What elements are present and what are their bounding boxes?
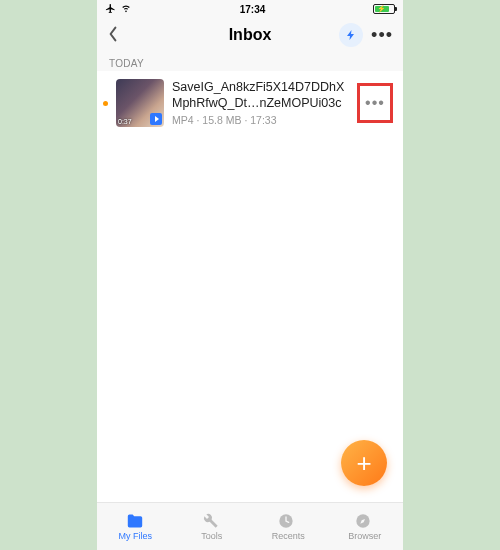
tab-label: Browser bbox=[348, 531, 381, 541]
folder-icon bbox=[125, 513, 145, 529]
tab-label: Recents bbox=[272, 531, 305, 541]
highlight-annotation: ••• bbox=[357, 83, 393, 123]
status-bar: 17:34 ⚡ bbox=[97, 0, 403, 18]
file-row[interactable]: 0:37 SaveIG_An8kzFi5X14D7DDhXMphRfwQ_Dt…… bbox=[97, 71, 403, 135]
app-screen: 17:34 ⚡ Inbox ••• TODAY 0:37 bbox=[97, 0, 403, 550]
tab-my-files[interactable]: My Files bbox=[97, 503, 174, 550]
battery-icon: ⚡ bbox=[373, 4, 395, 14]
tab-bar: My Files Tools Recents Browser bbox=[97, 502, 403, 550]
tab-label: Tools bbox=[201, 531, 222, 541]
tools-icon bbox=[202, 513, 222, 529]
tab-recents[interactable]: Recents bbox=[250, 503, 327, 550]
wifi-icon bbox=[120, 3, 132, 15]
page-title: Inbox bbox=[229, 26, 272, 44]
status-right: ⚡ bbox=[373, 4, 395, 14]
add-button[interactable]: + bbox=[341, 440, 387, 486]
status-time: 17:34 bbox=[240, 4, 266, 15]
compass-icon bbox=[355, 513, 375, 529]
file-meta: MP4 · 15.8 MB · 17:33 bbox=[172, 114, 349, 126]
status-left bbox=[105, 3, 132, 16]
nav-bar: Inbox ••• bbox=[97, 18, 403, 52]
unread-dot-icon bbox=[103, 101, 108, 106]
section-label: TODAY bbox=[97, 52, 403, 71]
video-thumbnail[interactable]: 0:37 bbox=[116, 79, 164, 127]
video-duration: 0:37 bbox=[118, 118, 132, 125]
header-more-button[interactable]: ••• bbox=[371, 25, 393, 46]
back-button[interactable] bbox=[107, 24, 119, 47]
clock-icon bbox=[278, 513, 298, 529]
file-list: 0:37 SaveIG_An8kzFi5X14D7DDhXMphRfwQ_Dt…… bbox=[97, 71, 403, 502]
file-name: SaveIG_An8kzFi5X14D7DDhXMphRfwQ_Dt…nZeMO… bbox=[172, 80, 349, 111]
tab-browser[interactable]: Browser bbox=[327, 503, 404, 550]
plus-icon: + bbox=[356, 448, 371, 479]
play-icon bbox=[150, 113, 162, 125]
file-more-button[interactable]: ••• bbox=[360, 88, 390, 118]
boost-button[interactable] bbox=[339, 23, 363, 47]
file-info: SaveIG_An8kzFi5X14D7DDhXMphRfwQ_Dt…nZeMO… bbox=[172, 80, 349, 126]
airplane-icon bbox=[105, 3, 116, 16]
tab-tools[interactable]: Tools bbox=[174, 503, 251, 550]
tab-label: My Files bbox=[119, 531, 153, 541]
